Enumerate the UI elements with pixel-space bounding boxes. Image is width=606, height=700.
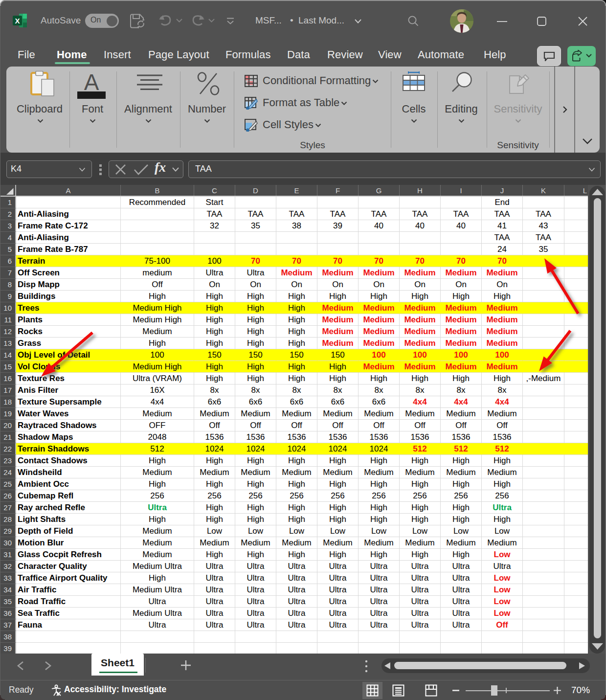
svg-text:X: X — [15, 17, 20, 25]
svg-text:A: A — [84, 70, 99, 95]
